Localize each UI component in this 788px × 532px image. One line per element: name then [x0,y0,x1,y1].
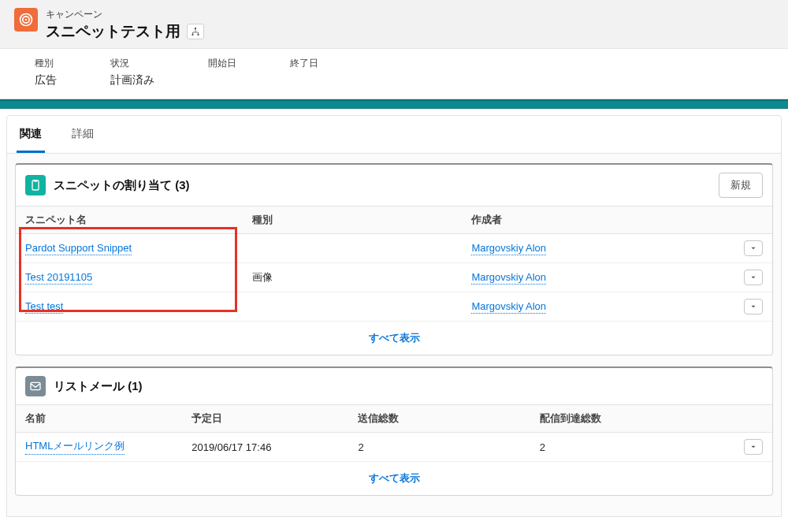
listmail-table: 名前 予定日 送信総数 配信到達総数 HTMLメールリンク例 2019/06/1… [16,404,772,461]
snippet-type-cell [243,234,462,263]
tab-list: 関連 詳細 [7,116,781,154]
entity-type: キャンペーン [46,8,204,21]
campaign-icon [14,8,38,32]
table-row: Test 20191105 画像 Margovskiy Alon [16,263,772,292]
table-row: Pardot Support Snippet Margovskiy Alon [16,234,772,263]
field-label-status: 状況 [110,57,154,70]
highlights-panel: 種別 広告 状況 計画済み 開始日 終了日 [0,49,788,99]
tab-detail[interactable]: 詳細 [69,116,97,153]
row-action-menu[interactable] [744,439,763,455]
listmail-delivered: 2 [530,433,734,462]
field-label-startdate: 開始日 [208,57,236,70]
user-link[interactable]: Margovskiy Alon [471,242,546,255]
row-action-menu[interactable] [744,270,763,285]
page-title: スニペットテスト用 [46,21,180,42]
snippet-type-cell [243,292,462,322]
svg-rect-7 [34,180,37,182]
col-mail-scheduled: 予定日 [182,405,348,433]
snippet-type-cell: 画像 [243,263,462,292]
field-label-enddate: 終了日 [290,57,318,70]
tab-related[interactable]: 関連 [17,116,45,153]
col-mail-delivered: 配信到達総数 [530,405,734,433]
hierarchy-icon [191,27,200,36]
new-snippet-button[interactable]: 新規 [719,173,763,198]
user-link[interactable]: Margovskiy Alon [471,300,546,314]
snippet-icon [25,175,46,195]
row-action-menu[interactable] [744,240,763,256]
svg-rect-6 [32,180,39,190]
table-row: Test test Margovskiy Alon [16,292,772,322]
chevron-down-icon [749,303,757,311]
chevron-down-icon [749,273,757,281]
field-value-status: 計画済み [110,73,154,87]
card-footer: すべて表示 [16,321,772,355]
page-header: キャンペーン スニペットテスト用 [0,0,788,49]
field-value-type: 広告 [35,73,57,87]
card-title-listmail[interactable]: リストメール (1) [54,379,143,394]
listmail-scheduled: 2019/06/17 17:46 [182,433,348,462]
hierarchy-button[interactable] [187,24,204,39]
table-row: HTMLメールリンク例 2019/06/17 17:46 2 2 [16,433,772,462]
separator-bar [0,99,788,109]
svg-rect-8 [31,382,40,389]
snippet-table: スニペット名 種別 作成者 Pardot Support Snippet Mar… [16,206,772,321]
svg-point-2 [25,19,28,21]
chevron-down-icon [749,443,757,451]
show-all-listmail-link[interactable]: すべて表示 [369,472,420,484]
field-label-type: 種別 [35,57,57,70]
col-snippet-type: 種別 [243,206,462,234]
snippet-link[interactable]: Test test [25,300,63,314]
chevron-down-icon [749,244,757,252]
tabs-container: 関連 詳細 スニペットの割り当て (3) 新規 スニペット名 種別 [6,115,782,517]
card-footer: すべて表示 [16,461,772,495]
tab-body-related: スニペットの割り当て (3) 新規 スニペット名 種別 作成者 Pardot S… [7,154,781,516]
row-action-menu[interactable] [744,299,763,314]
card-title-snippets[interactable]: スニペットの割り当て (3) [54,178,190,193]
listmail-link[interactable]: HTMLメールリンク例 [25,439,125,455]
card-snippet-assignments: スニペットの割り当て (3) 新規 スニペット名 種別 作成者 Pardot S… [15,163,773,355]
listmail-sent: 2 [348,433,530,462]
col-mail-sent: 送信総数 [348,405,530,433]
card-list-mail: リストメール (1) 名前 予定日 送信総数 配信到達総数 HTMLメールリンク… [15,366,773,496]
snippet-link[interactable]: Test 20191105 [25,271,92,285]
snippet-link[interactable]: Pardot Support Snippet [25,242,132,255]
show-all-snippets-link[interactable]: すべて表示 [369,332,420,344]
col-mail-name: 名前 [16,405,182,433]
col-snippet-name: スニペット名 [16,206,243,234]
svg-rect-4 [192,34,194,35]
col-snippet-createdby: 作成者 [462,206,734,234]
svg-rect-5 [198,34,199,35]
listmail-icon [25,376,46,396]
user-link[interactable]: Margovskiy Alon [471,271,546,285]
svg-rect-3 [195,28,196,29]
